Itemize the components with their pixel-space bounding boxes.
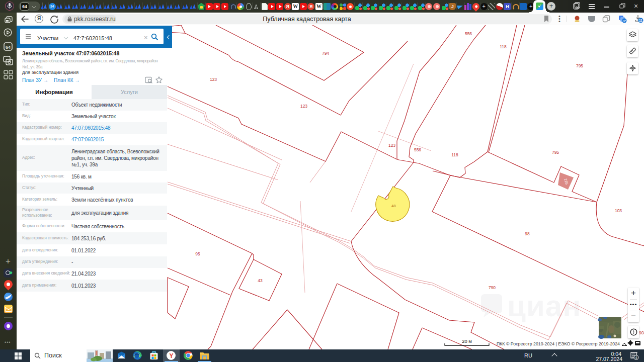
svg-text:98: 98 (525, 231, 530, 236)
svg-text:556: 556 (465, 31, 472, 36)
svg-text:118: 118 (451, 152, 458, 157)
svg-text:123: 123 (210, 77, 217, 82)
svg-text:794: 794 (322, 51, 329, 56)
svg-text:48: 48 (391, 204, 395, 208)
svg-text:790: 790 (489, 285, 496, 290)
svg-text:123: 123 (300, 104, 307, 109)
svg-text:103: 103 (615, 208, 622, 213)
svg-text:64: 64 (6, 45, 11, 50)
svg-text:556: 556 (414, 147, 421, 152)
svg-text:ПКК © Росреестр 2010-2024 | ЕЭ: ПКК © Росреестр 2010-2024 | ЕЭКО © Росре… (497, 341, 620, 346)
svg-text:118: 118 (500, 44, 507, 49)
svg-text:43: 43 (258, 278, 263, 283)
svg-text:123: 123 (388, 143, 395, 148)
svg-text:20 м: 20 м (462, 338, 472, 344)
svg-text:795: 795 (552, 150, 559, 155)
svg-text:903: 903 (639, 330, 644, 335)
svg-text:4: 4 (635, 355, 637, 360)
svg-text:795: 795 (576, 63, 583, 68)
svg-text:циан: циан (507, 289, 581, 323)
svg-text:11: 11 (639, 19, 642, 22)
svg-text:95: 95 (195, 251, 200, 256)
